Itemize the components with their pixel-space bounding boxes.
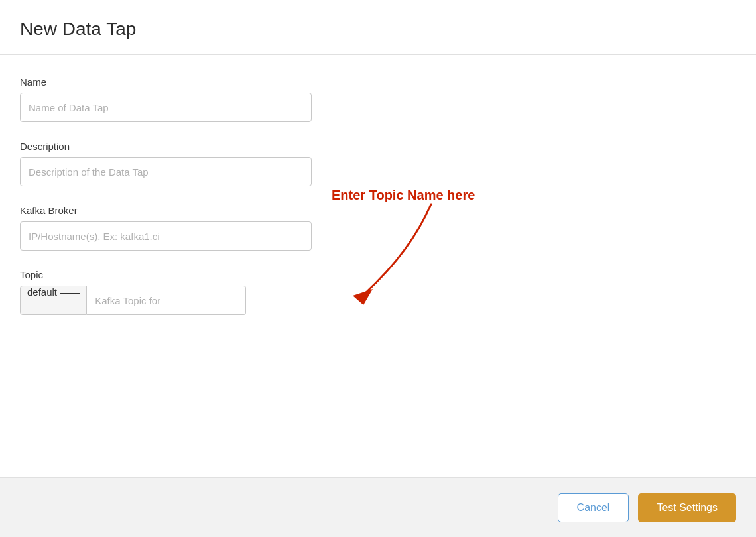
form-body: Name Description Kafka Broker Topic defa… [0,55,756,477]
callout-arrow [325,198,471,304]
topic-select[interactable]: default —— [20,286,87,315]
test-settings-button[interactable]: Test Settings [638,493,736,522]
description-input[interactable] [20,157,312,186]
name-group: Name [20,76,736,122]
name-input[interactable] [20,93,312,122]
description-label: Description [20,141,736,152]
description-group: Description [20,141,736,186]
page-footer: Cancel Test Settings [0,477,756,537]
kafka-broker-input[interactable] [20,221,312,251]
page-header: New Data Tap [0,0,756,55]
name-label: Name [20,76,736,88]
cancel-button[interactable]: Cancel [558,493,629,522]
page-title: New Data Tap [20,19,736,40]
topic-input[interactable] [87,286,246,315]
svg-marker-0 [353,289,373,305]
